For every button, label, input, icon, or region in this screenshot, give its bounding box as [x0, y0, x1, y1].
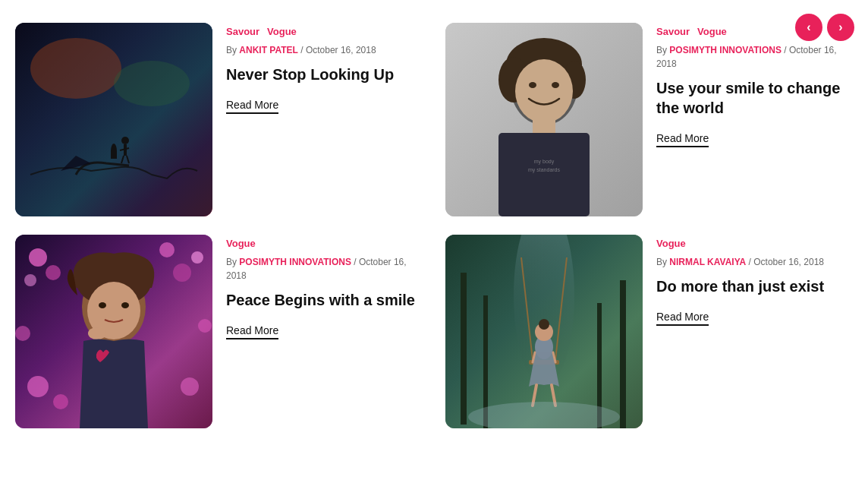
card-1-read-more[interactable]: Read More [226, 99, 278, 114]
card-3-tags: Vogue [226, 238, 415, 249]
svg-point-29 [181, 377, 199, 396]
card-2-content: Savour Vogue By POSIMYTH INNOVATIONS / O… [656, 23, 845, 147]
svg-point-37 [88, 327, 106, 339]
svg-point-26 [191, 251, 203, 264]
card-3-meta: By POSIMYTH INNOVATIONS / October 16, 20… [226, 255, 415, 283]
card-2-author: POSIMYTH INNOVATIONS [669, 45, 782, 55]
card-4-meta: By NIRMAL KAVAIYA / October 16, 2018 [656, 255, 845, 269]
card-1-content: Savour Vogue By ANKIT PATEL / October 16… [226, 23, 415, 114]
card-3-read-more[interactable]: Read More [226, 324, 278, 339]
card-2-read-more[interactable]: Read More [656, 132, 709, 147]
svg-point-35 [99, 302, 106, 308]
card-4-content: Vogue By NIRMAL KAVAIYA / October 16, 20… [656, 235, 845, 326]
cards-grid: Savour Vogue By ANKIT PATEL / October 16… [15, 23, 845, 428]
card-4-read-more[interactable]: Read More [656, 311, 709, 326]
card-1-tags: Savour Vogue [226, 26, 415, 37]
card-4-image [445, 235, 643, 428]
svg-point-36 [121, 302, 129, 308]
card-1-tag-2[interactable]: Vogue [267, 26, 297, 37]
svg-point-25 [173, 264, 191, 282]
svg-rect-41 [620, 280, 626, 428]
card-1-title: Never Stop Looking Up [226, 65, 415, 84]
card-3: Vogue By POSIMYTH INNOVATIONS / October … [15, 235, 415, 428]
card-1: Savour Vogue By ANKIT PATEL / October 16… [15, 23, 415, 216]
page-wrapper: ‹ › [0, 0, 868, 502]
card-3-content: Vogue By POSIMYTH INNOVATIONS / October … [226, 235, 415, 339]
card-2-image-placeholder: my body my standards [445, 23, 643, 216]
card-1-meta: By ANKIT PATEL / October 16, 2018 [226, 43, 415, 57]
svg-point-27 [27, 376, 49, 397]
svg-point-30 [15, 326, 30, 341]
card-1-author: ANKIT PATEL [239, 45, 298, 55]
card-4-image-placeholder [445, 235, 643, 428]
nav-buttons: ‹ › [795, 14, 854, 41]
card-1-tag-1[interactable]: Savour [226, 26, 259, 37]
card-1-image [15, 23, 212, 216]
svg-point-14 [529, 82, 536, 88]
svg-point-1 [30, 38, 121, 99]
svg-rect-17 [498, 133, 590, 216]
svg-point-2 [114, 61, 190, 106]
svg-point-49 [539, 319, 549, 330]
card-4-tag-1[interactable]: Vogue [656, 238, 686, 249]
card-3-image [15, 235, 212, 428]
card-2: my body my standards Savour Vogue By POS… [445, 23, 845, 216]
svg-rect-40 [461, 273, 467, 425]
svg-point-28 [53, 394, 68, 409]
card-4-tags: Vogue [656, 238, 845, 249]
svg-point-21 [29, 248, 47, 267]
svg-point-23 [24, 274, 36, 286]
svg-text:my body: my body [534, 159, 555, 165]
card-2-image: my body my standards [445, 23, 643, 216]
svg-text:my standards: my standards [528, 167, 561, 173]
card-2-tag-1[interactable]: Savour [656, 26, 690, 37]
svg-point-31 [198, 319, 212, 333]
card-2-tag-2[interactable]: Vogue [697, 26, 727, 37]
card-3-image-placeholder [15, 235, 212, 428]
card-2-meta: By POSIMYTH INNOVATIONS / October 16, 20… [656, 43, 845, 71]
card-4-title: Do more than just exist [656, 276, 845, 296]
card-2-title: Use your smile to change the world [656, 78, 845, 118]
svg-point-15 [552, 82, 559, 88]
svg-point-13 [515, 59, 573, 123]
svg-point-24 [159, 242, 175, 257]
svg-point-22 [46, 265, 61, 280]
card-1-image-placeholder [15, 23, 212, 216]
card-3-title: Peace Begins with a smile [226, 290, 415, 310]
card-3-author: POSIMYTH INNOVATIONS [239, 257, 351, 267]
prev-button[interactable]: ‹ [795, 14, 822, 41]
svg-point-3 [121, 137, 129, 144]
card-4: Vogue By NIRMAL KAVAIYA / October 16, 20… [445, 235, 845, 428]
card-3-tag-1[interactable]: Vogue [226, 238, 256, 249]
next-button[interactable]: › [827, 14, 854, 41]
card-4-author: NIRMAL KAVAIYA [669, 257, 746, 267]
